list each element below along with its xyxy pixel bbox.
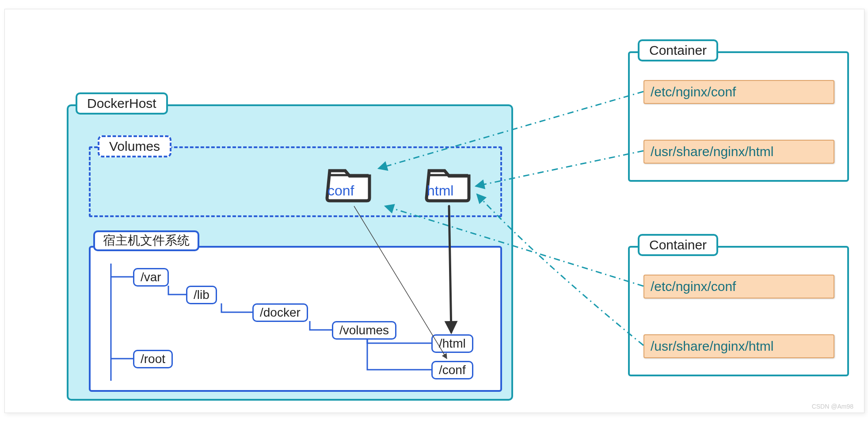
diagram-canvas: DockerHost Volumes conf html 宿主机文件系统 /va… [4,9,864,413]
watermark: CSDN @Am98 [812,403,853,410]
container1-html: /usr/share/nginx/html [643,140,834,164]
container1-conf: /etc/nginx/conf [643,80,834,104]
container2-title: Container [638,234,718,256]
container2-html: /usr/share/nginx/html [643,334,834,358]
container1-title: Container [638,39,718,61]
hostfs-tree-lines [5,9,513,407]
container2-conf: /etc/nginx/conf [643,275,834,299]
